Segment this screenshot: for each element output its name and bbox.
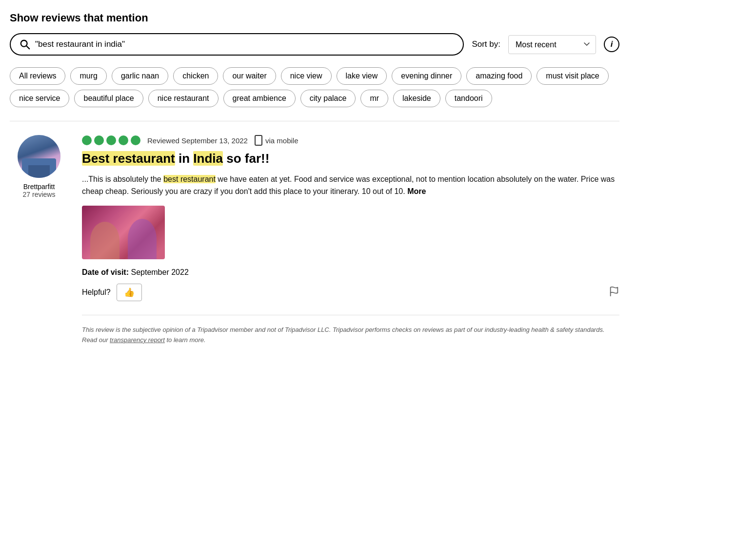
tag-chip-mr[interactable]: mr	[360, 90, 388, 107]
thumbs-up-icon: 👍	[124, 287, 135, 298]
rating-dot-4	[119, 135, 128, 145]
mobile-icon	[255, 135, 262, 146]
via-mobile: via mobile	[255, 135, 298, 146]
flag-icon[interactable]	[609, 286, 619, 297]
reviewer-count: 27 reviews	[23, 191, 56, 198]
section-divider	[10, 121, 619, 121]
tag-chip-chicken[interactable]: chicken	[173, 67, 218, 85]
tag-chip-tandoori[interactable]: tandoori	[445, 90, 492, 107]
sort-select[interactable]: Most recent Most helpful Highest rating …	[508, 35, 596, 54]
rating-dot-5	[131, 135, 140, 145]
rating-dot-2	[94, 135, 104, 145]
search-box	[10, 33, 464, 56]
svg-line-1	[26, 46, 29, 49]
rating-dots	[82, 135, 140, 145]
helpful-row: Helpful? 👍	[82, 284, 619, 301]
tag-chip-city-palace[interactable]: city palace	[300, 90, 356, 107]
review-content: Reviewed September 13, 2022 via mobile B…	[82, 135, 619, 346]
tag-chip-nice-service[interactable]: nice service	[10, 90, 69, 107]
review-section: Brettparfitt 27 reviews Reviewed Septemb…	[10, 135, 619, 346]
tag-chip-beautiful-place[interactable]: beautiful place	[74, 90, 143, 107]
page-title: Show reviews that mention	[10, 12, 619, 24]
search-sort-row: Sort by: Most recent Most helpful Highes…	[10, 33, 619, 56]
tag-chip-our-waiter[interactable]: our waiter	[223, 67, 276, 85]
sort-label: Sort by:	[472, 39, 500, 49]
info-icon[interactable]: i	[604, 37, 619, 52]
tags-section: All reviewsmurggarlic naanchickenour wai…	[10, 67, 619, 107]
helpful-label: Helpful?	[82, 288, 111, 297]
helpful-button[interactable]: 👍	[117, 284, 142, 301]
more-link[interactable]: More	[407, 187, 426, 195]
tag-chip-evening-dinner[interactable]: evening dinner	[392, 67, 461, 85]
transparency-report-link[interactable]: transparency report	[110, 336, 165, 344]
review-title: Best restaurant in India so far!!	[82, 151, 619, 167]
search-icon	[20, 39, 30, 50]
review-photo[interactable]	[82, 206, 165, 259]
disclaimer: This review is the subjective opinion of…	[82, 315, 619, 346]
review-date: Reviewed September 13, 2022	[147, 136, 248, 145]
tag-chip-great-ambience[interactable]: great ambience	[223, 90, 296, 107]
review-body: ...This is absolutely the best restauran…	[82, 173, 619, 198]
tag-chip-nice-view[interactable]: nice view	[281, 67, 332, 85]
avatar	[18, 135, 60, 178]
tag-chip-murg[interactable]: murg	[70, 67, 106, 85]
tag-chip-garlic-naan[interactable]: garlic naan	[112, 67, 168, 85]
tag-chip-All-reviews[interactable]: All reviews	[10, 67, 65, 85]
tag-chip-amazing-food[interactable]: amazing food	[466, 67, 532, 85]
search-input[interactable]	[35, 39, 454, 49]
tag-chip-lakeside[interactable]: lakeside	[393, 90, 440, 107]
reviewer-name: Brettparfitt	[23, 183, 55, 191]
date-of-visit: Date of visit: September 2022	[82, 268, 619, 277]
tag-chip-must-visit-place[interactable]: must visit place	[537, 67, 608, 85]
reviewer-info: Brettparfitt 27 reviews	[10, 135, 68, 346]
review-meta: Reviewed September 13, 2022 via mobile	[82, 135, 619, 146]
rating-dot-1	[82, 135, 92, 145]
tag-chip-lake-view[interactable]: lake view	[337, 67, 387, 85]
review-title-text: Best restaurant in India so far!!	[82, 151, 269, 166]
rating-dot-3	[106, 135, 116, 145]
flag-icon-wrap	[609, 286, 619, 299]
tag-chip-nice-restaurant[interactable]: nice restaurant	[148, 90, 219, 107]
